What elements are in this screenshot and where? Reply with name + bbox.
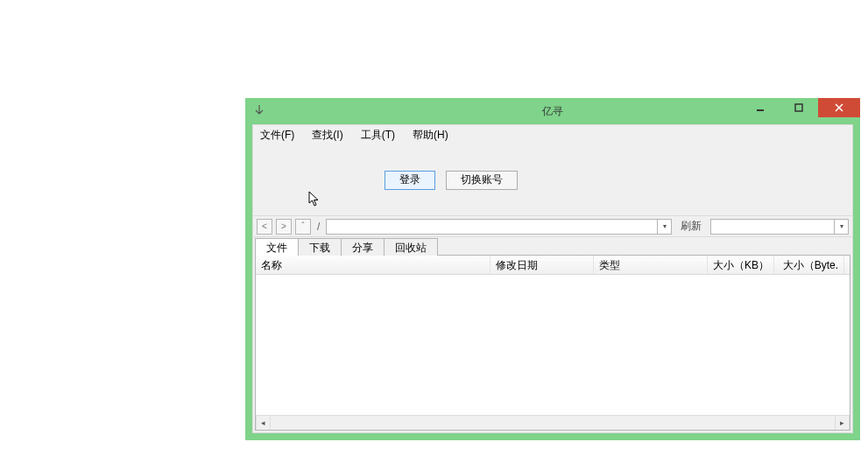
- minimize-button[interactable]: [741, 98, 780, 117]
- column-date[interactable]: 修改日期: [490, 256, 594, 274]
- titlebar: 亿寻: [245, 98, 860, 124]
- tab-downloads[interactable]: 下载: [298, 238, 342, 256]
- search-combobox[interactable]: ▾: [710, 219, 849, 235]
- menu-tools[interactable]: 工具(T): [357, 126, 399, 144]
- login-toolbar: 登录 切换账号: [253, 144, 852, 216]
- scroll-right-icon[interactable]: ▸: [835, 416, 850, 431]
- maximize-button[interactable]: [780, 98, 818, 117]
- path-combobox[interactable]: ▾: [326, 219, 672, 235]
- svg-rect-0: [757, 109, 764, 111]
- path-root-label: /: [314, 221, 322, 233]
- nav-back-button[interactable]: <: [257, 219, 272, 235]
- app-window: 亿寻 文件(F) 查找(I) 工具(T) 帮助(H) 登录 切换账号 < >: [245, 98, 860, 440]
- menubar: 文件(F) 查找(I) 工具(T) 帮助(H): [253, 125, 852, 144]
- tab-strip: 文件 下载 分享 回收站: [253, 237, 852, 255]
- window-content: 文件(F) 查找(I) 工具(T) 帮助(H) 登录 切换账号 < > ˆ / …: [252, 124, 853, 433]
- table-header: 名称 修改日期 类型 大小（KB） 大小（Byte.: [256, 256, 850, 275]
- tab-files[interactable]: 文件: [255, 238, 299, 256]
- column-size-kb[interactable]: 大小（KB）: [708, 256, 774, 274]
- table-body: [256, 275, 850, 415]
- svg-rect-1: [795, 104, 802, 111]
- column-size-byte[interactable]: 大小（Byte.: [774, 256, 844, 274]
- nav-up-button[interactable]: ˆ: [295, 219, 311, 235]
- tab-share[interactable]: 分享: [341, 238, 385, 256]
- login-button[interactable]: 登录: [385, 171, 435, 190]
- tab-recycle[interactable]: 回收站: [384, 238, 438, 256]
- horizontal-scrollbar[interactable]: ◂ ▸: [256, 415, 850, 430]
- refresh-button[interactable]: 刷新: [675, 219, 707, 234]
- menu-find[interactable]: 查找(I): [308, 126, 346, 144]
- file-list-panel: 名称 修改日期 类型 大小（KB） 大小（Byte. ◂ ▸: [255, 255, 850, 431]
- chevron-down-icon[interactable]: ▾: [657, 220, 671, 234]
- menu-file[interactable]: 文件(F): [257, 126, 298, 144]
- pathbar: < > ˆ / ▾ 刷新 ▾: [253, 216, 852, 237]
- menu-help[interactable]: 帮助(H): [409, 126, 452, 144]
- window-controls: [741, 98, 860, 117]
- column-name[interactable]: 名称: [256, 256, 490, 274]
- nav-forward-button[interactable]: >: [276, 219, 292, 235]
- chevron-down-icon[interactable]: ▾: [834, 220, 848, 234]
- app-icon: [252, 104, 266, 118]
- close-button[interactable]: [818, 98, 860, 117]
- switch-account-button[interactable]: 切换账号: [446, 171, 518, 190]
- scroll-left-icon[interactable]: ◂: [256, 416, 271, 431]
- column-type[interactable]: 类型: [594, 256, 708, 274]
